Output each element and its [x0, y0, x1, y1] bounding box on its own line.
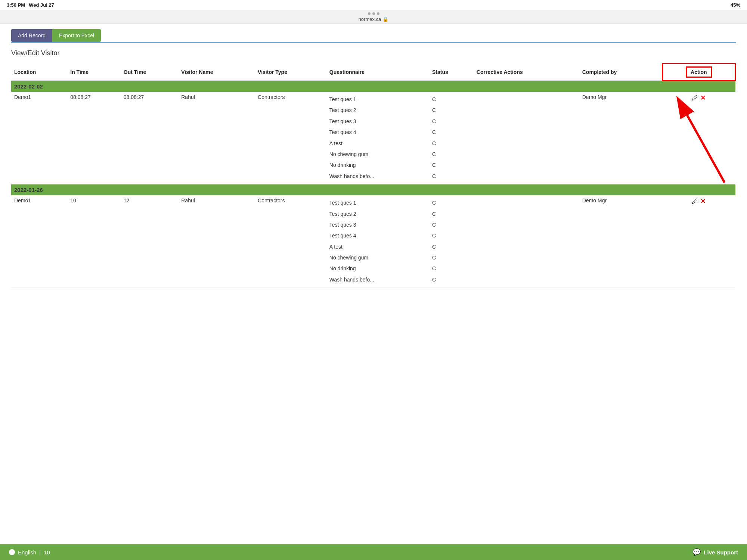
cell-out-time: 08:08:27: [121, 92, 178, 184]
header-completed-by: Completed by: [579, 64, 663, 81]
visitor-table: Location In Time Out Time Visitor Name V…: [11, 63, 736, 288]
status-time: 3:50 PM: [7, 2, 25, 8]
header-visitor-type: Visitor Type: [255, 64, 326, 81]
export-excel-button[interactable]: Export to Excel: [52, 29, 101, 42]
header-corrective-actions: Corrective Actions: [474, 64, 579, 81]
cell-in-time: 10: [67, 195, 121, 288]
cell-location: Demo1: [11, 92, 67, 184]
add-record-button[interactable]: Add Record: [11, 29, 52, 42]
table-row: Demo1 08:08:27 08:08:27 Rahul Contractor…: [11, 92, 735, 184]
browser-bar: normex.ca 🔒: [0, 10, 747, 24]
header-out-time: Out Time: [121, 64, 178, 81]
cell-visitor-type: Contractors: [255, 195, 326, 288]
cell-visitor-type: Contractors: [255, 92, 326, 184]
toolbar: Add Record Export to Excel: [11, 24, 736, 43]
main-content: Add Record Export to Excel View/Edit Vis…: [0, 24, 747, 295]
cell-corrective-actions: [474, 92, 579, 184]
cell-location: Demo1: [11, 195, 67, 288]
header-location: Location: [11, 64, 67, 81]
lock-icon: 🔒: [382, 16, 388, 22]
cell-corrective-actions: [474, 195, 579, 288]
edit-icon[interactable]: 🖊: [692, 198, 698, 205]
status-date: Wed Jul 27: [29, 2, 54, 8]
table-wrapper: Location In Time Out Time Visitor Name V…: [11, 63, 736, 288]
header-status: Status: [429, 64, 474, 81]
cell-completed-by: Demo Mgr: [579, 195, 663, 288]
table-header-row: Location In Time Out Time Visitor Name V…: [11, 64, 735, 81]
group-header-1: 2022-01-26: [11, 184, 735, 196]
cell-in-time: 08:08:27: [67, 92, 121, 184]
header-questionnaire: Questionnaire: [326, 64, 429, 81]
browser-dot-2: [372, 12, 375, 15]
cell-completed-by: Demo Mgr: [579, 92, 663, 184]
cell-out-time: 12: [121, 195, 178, 288]
group-date-0: 2022-02-02: [11, 81, 735, 92]
edit-icon[interactable]: 🖊: [692, 94, 698, 102]
cell-questionnaire: Test ques 1Test ques 2Test ques 3Test qu…: [326, 92, 429, 184]
group-date-1: 2022-01-26: [11, 184, 735, 196]
cell-action: 🖊 ✕: [662, 92, 735, 184]
browser-dot-1: [368, 12, 371, 15]
cell-status: CCCCCCCC: [429, 92, 474, 184]
delete-icon[interactable]: ✕: [700, 197, 706, 205]
browser-dot-3: [377, 12, 379, 15]
delete-icon[interactable]: ✕: [700, 94, 706, 102]
url-text: normex.ca: [359, 16, 381, 22]
action-header-label: Action: [686, 66, 712, 78]
header-in-time: In Time: [67, 64, 121, 81]
group-header-0: 2022-02-02: [11, 81, 735, 92]
header-visitor-name: Visitor Name: [178, 64, 255, 81]
table-row: Demo1 10 12 Rahul Contractors Test ques …: [11, 195, 735, 288]
status-bar: 3:50 PM Wed Jul 27 45%: [0, 0, 747, 10]
page-title: View/Edit Visitor: [11, 47, 736, 57]
cell-questionnaire: Test ques 1Test ques 2Test ques 3Test qu…: [326, 195, 429, 288]
cell-action: 🖊 ✕: [662, 195, 735, 288]
header-action: Action: [662, 64, 735, 81]
cell-visitor-name: Rahul: [178, 195, 255, 288]
cell-visitor-name: Rahul: [178, 92, 255, 184]
cell-status: CCCCCCCC: [429, 195, 474, 288]
battery-indicator: 45%: [731, 2, 740, 8]
